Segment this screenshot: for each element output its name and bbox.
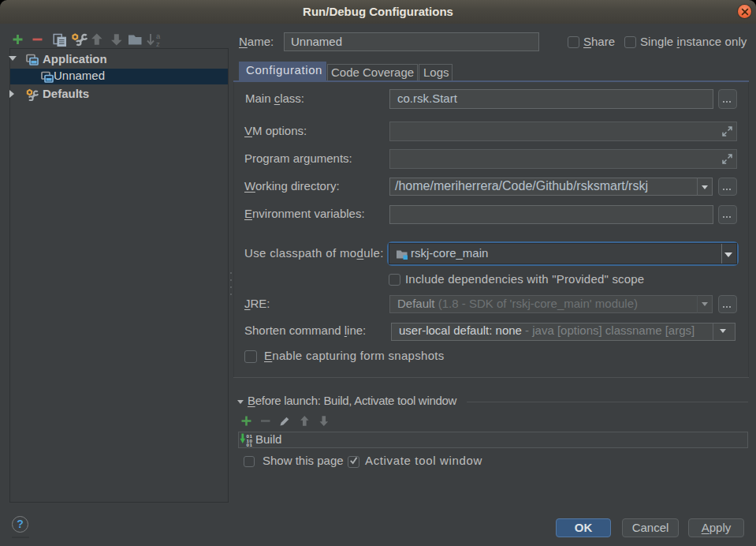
svg-text:z: z [156,39,160,47]
svg-text:01: 01 [247,442,253,447]
